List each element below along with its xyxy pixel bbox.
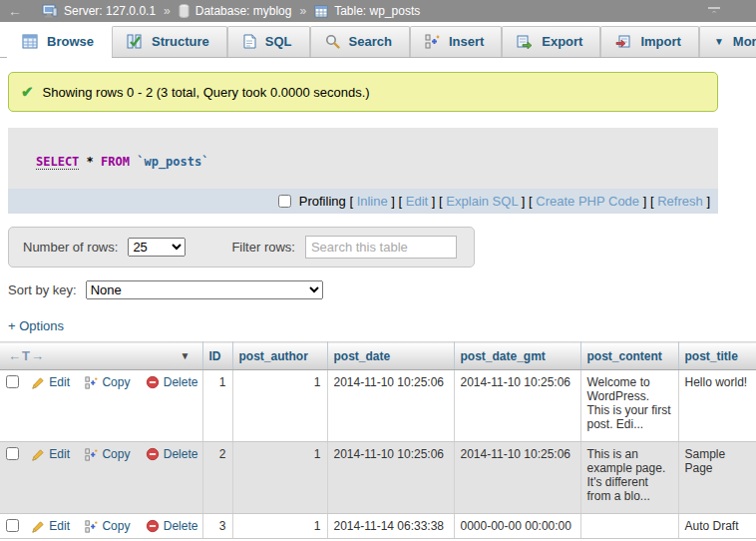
cell-post-title: Hello world! <box>678 370 756 442</box>
copy-row-link[interactable]: Copy <box>85 447 130 461</box>
edit-row-link[interactable]: Edit <box>32 447 70 461</box>
cell-post-date: 2014-11-10 10:25:06 <box>327 370 454 442</box>
tab-browse[interactable]: Browse <box>7 26 112 58</box>
cell-post-content <box>580 514 678 539</box>
bracket: ] <box>432 194 436 209</box>
column-header-post-date-gmt[interactable]: post_date_gmt <box>454 342 580 370</box>
status-message: ✔ Showing rows 0 - 2 (3 total, Query too… <box>8 72 718 112</box>
column-header-post-title[interactable]: post_title <box>678 342 756 370</box>
cell-post-content: This is an example page. It's different … <box>580 442 678 514</box>
explain-sql-link[interactable]: Explain SQL <box>446 194 518 209</box>
pencil-icon <box>32 520 45 533</box>
delete-icon <box>146 519 160 533</box>
sql-query-box: SELECT * FROM `wp_posts` Profiling [ Inl… <box>8 128 718 214</box>
refresh-link[interactable]: Refresh <box>657 194 703 209</box>
copy-row-link[interactable]: Copy <box>85 375 130 389</box>
create-php-code-link[interactable]: Create PHP Code <box>536 194 639 209</box>
column-header-actions: ←T→ ▼ <box>0 342 202 370</box>
tab-more-label: More <box>733 34 756 49</box>
tab-search-label: Search <box>349 34 392 49</box>
tab-sql[interactable]: SQL <box>227 26 310 57</box>
pencil-icon <box>32 376 45 389</box>
database-icon <box>179 4 189 18</box>
table-row: Edit Copy Delete 2 1 2014-11-10 10:25:06… <box>0 442 756 514</box>
table-row: Edit Copy Delete 3 1 2014-11-14 06:33:38… <box>0 514 756 539</box>
tab-export[interactable]: Export <box>502 26 600 57</box>
structure-icon <box>127 34 143 49</box>
inline-link[interactable]: Inline <box>357 194 388 209</box>
filter-rows-label: Filter rows: <box>231 240 295 255</box>
tab-sql-label: SQL <box>265 34 292 49</box>
sort-by-key-row: Sort by key: None <box>8 280 756 299</box>
row-actions-cell: Edit Copy Delete <box>0 442 202 514</box>
delete-row-link[interactable]: Delete <box>146 519 198 533</box>
tab-more[interactable]: ▼ More <box>699 26 756 57</box>
tab-structure[interactable]: Structure <box>112 26 227 57</box>
row-checkbox[interactable] <box>6 519 19 532</box>
column-header-post-author[interactable]: post_author <box>232 342 327 370</box>
bracket: [ <box>529 194 533 209</box>
edit-row-link[interactable]: Edit <box>32 375 70 389</box>
sql-star: * <box>87 155 94 169</box>
import-icon <box>615 34 631 49</box>
delete-row-link[interactable]: Delete <box>146 447 198 461</box>
delete-icon <box>146 375 160 389</box>
breadcrumb: ← Server: 127.0.0.1 » Database: myblog »… <box>0 0 756 22</box>
collapse-console-icon[interactable]: ⌃ <box>708 7 720 16</box>
profiling-checkbox[interactable] <box>278 195 291 208</box>
number-of-rows-select[interactable]: 25 <box>128 238 186 257</box>
sql-icon <box>242 34 256 49</box>
column-header-post-content[interactable]: post_content <box>580 342 678 370</box>
insert-icon <box>425 34 440 49</box>
table-icon <box>314 5 328 18</box>
breadcrumb-server[interactable]: Server: 127.0.0.1 <box>64 4 156 18</box>
copy-icon <box>85 448 98 461</box>
filter-rows-input[interactable] <box>305 236 457 259</box>
tab-structure-label: Structure <box>152 34 209 49</box>
cell-post-date: 2014-11-14 06:33:38 <box>327 514 454 539</box>
tab-insert[interactable]: Insert <box>410 26 502 57</box>
more-caret-icon: ▼ <box>714 36 724 47</box>
pencil-icon <box>32 448 45 461</box>
bracket: ] <box>522 194 526 209</box>
tab-browse-label: Browse <box>47 34 94 49</box>
tab-import-label: Import <box>640 34 680 49</box>
tab-insert-label: Insert <box>449 34 484 49</box>
sql-keyword-select: SELECT <box>36 155 79 170</box>
edit-row-link[interactable]: Edit <box>32 519 70 533</box>
column-header-id[interactable]: ID <box>202 342 232 370</box>
profiling-label: Profiling <box>299 194 346 209</box>
bracket: [ <box>349 194 353 209</box>
breadcrumb-database[interactable]: Database: myblog <box>195 4 292 18</box>
cell-post-date-gmt: 0000-00-00 00:00:00 <box>454 514 580 539</box>
export-icon <box>517 34 533 49</box>
column-header-post-date[interactable]: post_date <box>327 342 454 370</box>
edit-query-link[interactable]: Edit <box>406 194 428 209</box>
server-icon <box>42 4 58 18</box>
query-actions-bar: Profiling [ Inline ] [ Edit ] [ Explain … <box>8 189 718 214</box>
cell-post-date-gmt: 2014-11-10 10:25:06 <box>454 370 580 442</box>
tab-export-label: Export <box>542 34 582 49</box>
column-options-caret-icon[interactable]: ▼ <box>181 350 190 361</box>
cell-post-author: 1 <box>232 514 327 539</box>
sql-keyword-from: FROM <box>101 155 130 169</box>
sql-table-name: `wp_posts` <box>137 155 208 169</box>
breadcrumb-separator: » <box>164 4 171 18</box>
column-move-icon[interactable]: ←T→ <box>8 348 45 363</box>
bracket: [ <box>439 194 443 209</box>
sql-query-text: SELECT * FROM `wp_posts` <box>8 128 718 189</box>
breadcrumb-table: Table: wp_posts <box>334 4 420 18</box>
tab-import[interactable]: Import <box>600 26 698 57</box>
bracket: ] <box>391 194 395 209</box>
back-arrow-icon[interactable]: ← <box>8 3 22 19</box>
options-toggle-link[interactable]: + Options <box>8 318 64 333</box>
sort-by-key-select[interactable]: None <box>86 280 323 299</box>
results-table: ←T→ ▼ ID post_author post_date post_date… <box>0 341 756 539</box>
tab-search[interactable]: Search <box>310 26 410 57</box>
cell-post-content: Welcome to WordPress. This is your first… <box>580 370 678 442</box>
row-checkbox[interactable] <box>6 375 19 388</box>
delete-row-link[interactable]: Delete <box>146 375 198 389</box>
copy-icon <box>85 376 98 389</box>
copy-row-link[interactable]: Copy <box>85 519 130 533</box>
row-checkbox[interactable] <box>6 447 19 460</box>
